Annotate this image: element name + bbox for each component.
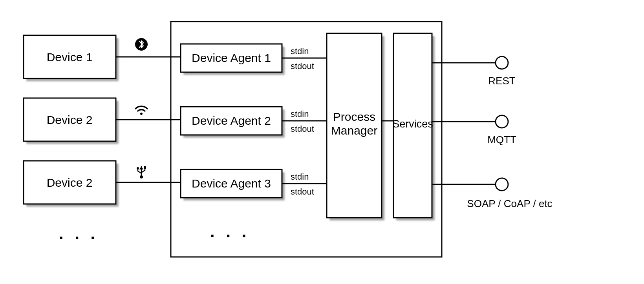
agent-label: Device Agent 2 (192, 114, 271, 127)
architecture-diagram: Device 1 Device 2 Device 2 . . . Device … (0, 0, 644, 284)
svg-point-7 (140, 113, 143, 115)
wifi-icon (135, 106, 147, 115)
stdin-label: stdin (291, 172, 309, 182)
stdout-label: stdout (291, 124, 314, 134)
services-label: Services (392, 118, 433, 130)
endpoint-circle (496, 56, 508, 69)
process-manager-label-1: Process (333, 110, 375, 123)
endpoint-circle (496, 178, 508, 191)
svg-point-10 (137, 167, 139, 169)
device-label: Device 2 (47, 113, 93, 126)
bluetooth-icon (135, 38, 148, 51)
agent-label: Device Agent 1 (192, 51, 271, 64)
usb-icon (137, 166, 146, 178)
device-label: Device 1 (47, 51, 93, 64)
process-manager-label-2: Manager (331, 124, 377, 137)
device-label: Device 2 (47, 176, 93, 189)
protocol-label: REST (488, 75, 515, 87)
stdin-label: stdin (291, 109, 309, 119)
agent-label: Device Agent 3 (192, 177, 271, 190)
stdout-label: stdout (291, 187, 314, 197)
protocol-label: SOAP / CoAP / etc (467, 198, 552, 209)
stdin-label: stdin (291, 46, 309, 56)
endpoint-circle (496, 115, 508, 128)
stdout-label: stdout (291, 61, 314, 71)
ellipsis-icon: . . . (210, 222, 249, 241)
ellipsis-icon: . . . (59, 224, 98, 243)
svg-rect-11 (144, 166, 146, 169)
protocol-label: MQTT (487, 134, 516, 146)
